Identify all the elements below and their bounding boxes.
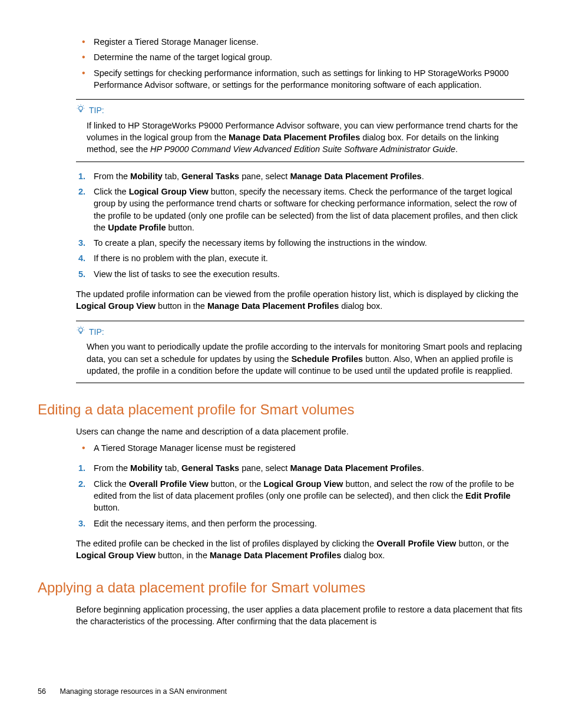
step-text: button. <box>94 503 120 512</box>
svg-line-12 <box>78 327 78 328</box>
footer-title: Managing storage resources in a SAN envi… <box>59 687 226 696</box>
para-text: dialog box. <box>341 551 385 560</box>
list-item: From the Mobility tab, General Tasks pan… <box>76 462 524 474</box>
para-bold: Logical Group View <box>76 301 156 311</box>
tip-header: TIP: <box>76 104 524 117</box>
svg-point-0 <box>79 107 83 111</box>
para-text: dialog box. <box>339 301 382 311</box>
bullet-text: Specify settings for checking performanc… <box>94 68 509 90</box>
list-item: Specify settings for checking performanc… <box>76 67 524 91</box>
step-bold: Logical Group View <box>263 479 343 489</box>
step-bold: Logical Group View <box>129 187 209 196</box>
step-text: button, or the <box>209 479 264 489</box>
step-bold: Manage Data Placement Profiles <box>290 463 421 473</box>
intro-bullets-block: Register a Tiered Storage Manager licens… <box>76 36 524 91</box>
step-text: button. <box>166 223 194 232</box>
tip-body: If linked to HP StorageWorks P9000 Perfo… <box>87 120 524 156</box>
para-text: button, in the <box>156 551 210 560</box>
step-text: pane, select <box>239 463 290 473</box>
step-text: tab, <box>163 463 181 473</box>
svg-line-4 <box>78 106 78 106</box>
list-item: From the Mobility tab, General Tasks pan… <box>76 170 524 182</box>
intro-bullet-list: Register a Tiered Storage Manager licens… <box>76 36 524 91</box>
para-bold: Logical Group View <box>76 551 156 560</box>
tip-bold: Manage Data Placement Profiles <box>229 133 360 142</box>
step-bold: Overall Profile View <box>129 479 209 489</box>
tip-rule-bottom <box>76 383 524 383</box>
lightbulb-icon <box>76 326 85 339</box>
list-item: To create a plan, specify the necessary … <box>76 237 524 249</box>
tip-label: TIP: <box>89 327 104 338</box>
step-text: . <box>422 172 424 181</box>
list-item: If there is no problem with the plan, ex… <box>76 252 524 264</box>
tip-rule-top <box>76 321 524 321</box>
page-footer: 56 Managing storage resources in a SAN e… <box>38 687 524 697</box>
section-heading-editing: Editing a data placement profile for Sma… <box>38 400 524 420</box>
ordered-steps: From the Mobility tab, General Tasks pan… <box>76 170 524 280</box>
para-text: The updated profile information can be v… <box>76 289 518 299</box>
para-text: button, or the <box>456 539 508 548</box>
section-intro: Before beginning application processing,… <box>76 604 524 628</box>
step-bold: Edit Profile <box>465 491 511 500</box>
list-item: Click the Overall Profile View button, o… <box>76 478 524 514</box>
list-item: Edit the necessary items, and then perfo… <box>76 518 524 529</box>
section-heading-applying: Applying a data placement profile for Sm… <box>38 578 524 598</box>
step-text: tab, <box>163 172 181 181</box>
tip-rule-top <box>76 99 524 100</box>
ordered-steps: From the Mobility tab, General Tasks pan… <box>76 462 524 529</box>
step-bold: Mobility <box>130 463 163 473</box>
step-bold: General Tasks <box>181 463 239 473</box>
bullet-text: A Tiered Storage Manager license must be… <box>94 443 296 453</box>
bullet-text: Register a Tiered Storage Manager licens… <box>94 37 259 47</box>
page-number: 56 <box>38 687 58 697</box>
section-intro: Users can change the name and descriptio… <box>76 426 524 437</box>
section-edit-block: Users can change the name and descriptio… <box>76 426 524 562</box>
step-text: pane, select <box>239 172 290 181</box>
list-item: View the list of tasks to see the execut… <box>76 268 524 280</box>
para-bold: Overall Profile View <box>376 539 456 548</box>
lightbulb-icon <box>76 104 85 117</box>
list-item: Determine the name of the target logical… <box>76 51 524 63</box>
step-bold: Update Profile <box>108 223 166 232</box>
svg-line-13 <box>83 327 84 328</box>
prereq-list: A Tiered Storage Manager license must be… <box>76 442 524 454</box>
step-text: From the <box>94 463 130 473</box>
svg-point-8 <box>79 328 83 332</box>
step-text: To create a plan, specify the necessary … <box>94 238 427 248</box>
section-apply-block: Before beginning application processing,… <box>76 604 524 628</box>
tip-text: . <box>455 144 458 154</box>
step-bold: Manage Data Placement Profiles <box>290 172 421 181</box>
list-item: Register a Tiered Storage Manager licens… <box>76 36 524 48</box>
para-bold: Manage Data Placement Profiles <box>207 301 339 311</box>
svg-line-5 <box>83 106 84 106</box>
para-bold: Manage Data Placement Profiles <box>210 551 341 560</box>
steps-block-1: From the Mobility tab, General Tasks pan… <box>76 170 524 312</box>
step-bold: General Tasks <box>181 172 239 181</box>
tip-label: TIP: <box>89 105 104 117</box>
step-text: Click the <box>94 479 129 489</box>
tip-body: When you want to periodically update the… <box>87 341 524 377</box>
tip-box-1: TIP: If linked to HP StorageWorks P9000 … <box>76 99 524 162</box>
tip-header: TIP: <box>76 326 524 339</box>
tip-bold: Schedule Profiles <box>291 354 363 364</box>
step-bold: Mobility <box>130 172 163 181</box>
para-text: button in the <box>156 301 207 311</box>
tip-box-2: TIP: When you want to periodically updat… <box>76 321 524 383</box>
para-text: The edited profile can be checked in the… <box>76 539 376 548</box>
step-text: . <box>422 463 424 473</box>
step-text: Click the <box>94 187 129 196</box>
list-item: A Tiered Storage Manager license must be… <box>76 442 524 454</box>
step-text: View the list of tasks to see the execut… <box>94 269 280 279</box>
tip-rule-bottom <box>76 162 524 162</box>
list-item: Click the Logical Group View button, spe… <box>76 186 524 233</box>
bullet-text: Determine the name of the target logical… <box>94 52 272 62</box>
step-text: Edit the necessary items, and then perfo… <box>94 519 317 528</box>
post-steps-paragraph: The edited profile can be checked in the… <box>76 538 524 562</box>
tip-italic: HP P9000 Command View Advanced Edition S… <box>150 144 455 154</box>
step-text: If there is no problem with the plan, ex… <box>94 253 268 263</box>
step-text: From the <box>94 172 130 181</box>
post-steps-paragraph: The updated profile information can be v… <box>76 288 524 312</box>
